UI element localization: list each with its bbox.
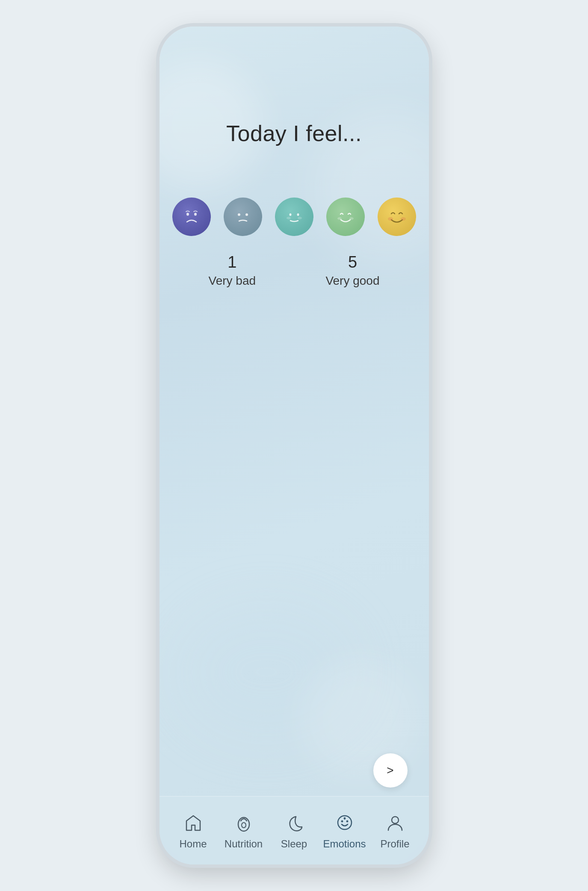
nav-item-home[interactable]: Home [168, 811, 219, 850]
max-label-group: 5 Very good [325, 253, 379, 288]
svg-point-8 [337, 217, 342, 220]
nav-label-sleep: Sleep [281, 838, 307, 850]
nav-item-emotions[interactable]: Emotions [319, 811, 370, 850]
svg-point-3 [245, 213, 248, 216]
sleep-icon [283, 811, 305, 834]
svg-point-1 [194, 213, 197, 216]
max-label-number: 5 [348, 253, 357, 271]
svg-point-13 [242, 823, 246, 828]
emotion-face-2[interactable] [224, 198, 262, 236]
svg-point-6 [287, 217, 291, 219]
nav-label-emotions: Emotions [323, 838, 366, 850]
emotion-face-5[interactable] [378, 198, 416, 236]
svg-point-16 [346, 820, 348, 822]
bottom-navigation: Home Nutrition [160, 796, 429, 864]
emotion-face-4[interactable] [326, 198, 365, 236]
min-label-group: 1 Very bad [209, 253, 256, 288]
nav-item-nutrition[interactable]: Nutrition [219, 811, 269, 850]
svg-point-2 [238, 213, 240, 216]
svg-point-5 [297, 213, 299, 216]
main-area: Today I feel... [160, 27, 429, 864]
svg-point-17 [392, 817, 399, 823]
max-label-text: Very good [325, 274, 379, 288]
nav-item-profile[interactable]: Profile [370, 811, 420, 850]
profile-icon [384, 811, 406, 834]
nav-label-home: Home [179, 838, 207, 850]
emotion-face-3[interactable] [275, 198, 313, 236]
home-icon [182, 811, 204, 834]
phone-frame: Today I feel... [160, 27, 429, 864]
svg-point-7 [298, 217, 302, 219]
svg-point-11 [401, 217, 406, 221]
min-label-text: Very bad [209, 274, 256, 288]
emoji-scale [172, 198, 416, 236]
nutrition-icon [233, 811, 255, 834]
nav-label-nutrition: Nutrition [225, 838, 263, 850]
next-button[interactable]: > [373, 753, 408, 788]
svg-point-9 [349, 217, 354, 220]
scale-labels: 1 Very bad 5 Very good [204, 253, 384, 288]
page-title: Today I feel... [226, 121, 362, 146]
nav-item-sleep[interactable]: Sleep [269, 811, 319, 850]
min-label-number: 1 [228, 253, 236, 271]
svg-point-10 [388, 217, 393, 221]
nav-label-profile: Profile [380, 838, 409, 850]
svg-point-0 [186, 213, 189, 216]
svg-point-4 [289, 213, 291, 216]
phone-content: Today I feel... [160, 27, 429, 864]
emotion-face-1[interactable] [172, 198, 211, 236]
emotions-icon [334, 811, 356, 834]
svg-point-12 [238, 817, 249, 831]
svg-point-15 [341, 820, 343, 822]
